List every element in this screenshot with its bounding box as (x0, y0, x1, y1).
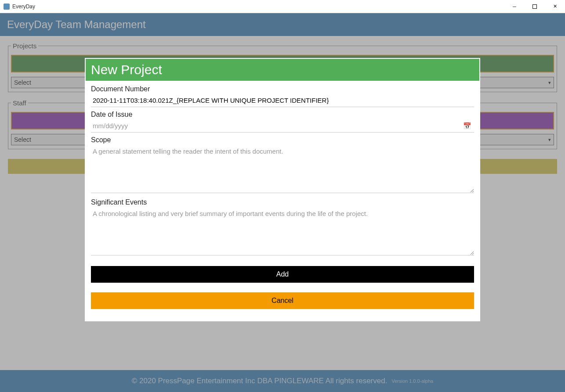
window-title: EveryDay (12, 4, 35, 10)
add-button[interactable]: Add (91, 266, 474, 283)
app-icon (4, 4, 10, 10)
events-textarea[interactable] (91, 207, 474, 255)
scope-label: Scope (91, 136, 474, 144)
doc-number-label: Document Number (91, 85, 474, 93)
maximize-icon (532, 4, 537, 9)
date-input[interactable] (91, 119, 474, 133)
cancel-button[interactable]: Cancel (91, 292, 474, 309)
window-titlebar: EveryDay ─ ✕ (0, 0, 565, 13)
modal-title: New Project (86, 59, 479, 81)
modal-overlay: New Project Document Number Date of Issu… (0, 13, 565, 392)
close-button[interactable]: ✕ (545, 0, 565, 13)
date-label: Date of Issue (91, 111, 474, 119)
maximize-button[interactable] (525, 0, 545, 13)
calendar-icon[interactable]: 📅 (463, 122, 471, 130)
scope-textarea[interactable] (91, 145, 474, 193)
doc-number-input[interactable] (91, 94, 474, 107)
new-project-modal: New Project Document Number Date of Issu… (85, 58, 480, 321)
events-label: Significant Events (91, 198, 474, 206)
window-controls: ─ ✕ (504, 0, 565, 13)
minimize-button[interactable]: ─ (504, 0, 525, 13)
